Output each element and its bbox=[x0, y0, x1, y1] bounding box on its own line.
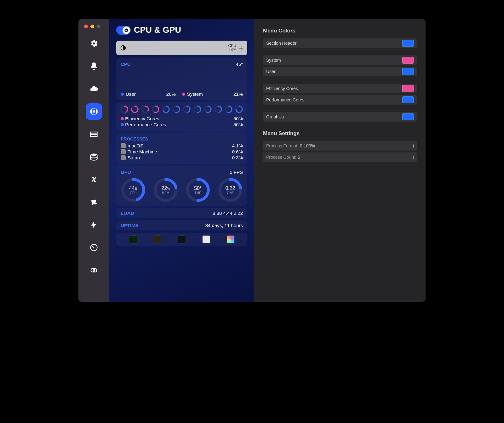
eff-pct: 50% bbox=[233, 116, 243, 121]
toggle-knob bbox=[123, 26, 130, 34]
cpu-card: CPU 45° User 20% System 21% bbox=[116, 58, 247, 100]
app-shortcut-4[interactable] bbox=[202, 235, 210, 243]
user-pct: 20% bbox=[166, 91, 176, 97]
contrast-icon bbox=[120, 45, 126, 51]
color-row-label: Performance Cores bbox=[266, 97, 304, 102]
color-swatch[interactable] bbox=[402, 68, 414, 75]
sidebar-item-weather[interactable] bbox=[86, 81, 102, 97]
load-card: LOAD 8.88 4.44 2.22 bbox=[116, 208, 247, 218]
link-icon bbox=[89, 266, 98, 275]
core-ring-2 bbox=[141, 106, 149, 113]
sidebar-item-combined[interactable] bbox=[86, 262, 102, 278]
process-count-label: Process Count: bbox=[266, 155, 296, 160]
process-pct: 0.3% bbox=[232, 155, 243, 160]
sidebar-item-memory[interactable] bbox=[86, 126, 102, 142]
network-icon bbox=[89, 175, 98, 184]
color-row-performance cores[interactable]: Performance Cores bbox=[263, 95, 417, 105]
chevron-updown-icon: ▴▾ bbox=[413, 155, 414, 159]
eff-label: Efficiency Cores bbox=[125, 116, 159, 121]
menubar-value: 44% bbox=[228, 48, 236, 52]
process-count-value: 5 bbox=[298, 155, 300, 160]
process-name: Time Machine bbox=[128, 149, 157, 154]
process-pct: 4.1% bbox=[232, 143, 243, 148]
core-ring-0 bbox=[121, 106, 128, 113]
color-row-efficiency cores[interactable]: Efficiency Cores bbox=[263, 84, 417, 93]
perf-label: Performance Cores bbox=[125, 122, 166, 127]
bolt-icon bbox=[89, 220, 98, 229]
core-ring-5 bbox=[173, 106, 180, 113]
cpu-history-chart bbox=[121, 70, 243, 89]
user-legend-label: User bbox=[126, 91, 136, 97]
sidebar-item-disk[interactable] bbox=[86, 149, 102, 165]
process-format-select[interactable]: Process Format: 0-100% ▴▾ bbox=[263, 141, 417, 151]
perf-pct: 50% bbox=[233, 122, 243, 127]
app-shortcut-2[interactable] bbox=[153, 235, 161, 243]
zoom-icon[interactable] bbox=[97, 25, 100, 28]
color-row-user[interactable]: User bbox=[263, 67, 417, 76]
sidebar-item-general[interactable] bbox=[86, 35, 102, 52]
process-pct: 0.6% bbox=[232, 149, 243, 154]
cpu-temp: 45° bbox=[236, 61, 243, 67]
sidebar-item-battery[interactable] bbox=[86, 217, 102, 233]
color-swatch[interactable] bbox=[402, 40, 414, 47]
menubar-cpu-readout: CPU 44% bbox=[228, 44, 236, 52]
system-legend-label: System bbox=[187, 91, 203, 97]
gpu-ring-ghz: 0.22GHZ bbox=[218, 177, 243, 203]
sidebar-item-notifications[interactable] bbox=[86, 58, 102, 74]
process-count-select[interactable]: Process Count: 5 ▴▾ bbox=[263, 152, 417, 162]
cpu-legend: User 20% System 21% bbox=[121, 91, 243, 97]
core-ring-3 bbox=[152, 106, 159, 113]
app-shortcut-1[interactable] bbox=[129, 235, 137, 243]
minimize-icon[interactable] bbox=[90, 25, 94, 28]
memory-icon bbox=[89, 130, 98, 139]
color-row-label: Graphics bbox=[266, 114, 284, 119]
color-row-system[interactable]: System bbox=[263, 55, 417, 65]
sidebar-item-sensors[interactable] bbox=[86, 194, 102, 210]
app-icon bbox=[121, 149, 126, 154]
menu-settings-heading: Menu Settings bbox=[263, 130, 417, 137]
color-row-graphics[interactable]: Graphics bbox=[263, 112, 417, 122]
app-icon bbox=[121, 143, 126, 148]
core-ring-1 bbox=[131, 106, 139, 113]
color-row-label: User bbox=[266, 69, 276, 74]
color-row-label: Section Header bbox=[266, 41, 297, 46]
color-swatch[interactable] bbox=[402, 113, 414, 120]
menu-colors-heading: Menu Colors bbox=[263, 28, 417, 34]
eff-dot bbox=[121, 117, 124, 120]
load-value: 8.88 4.44 2.22 bbox=[213, 210, 243, 216]
core-ring-7 bbox=[194, 106, 201, 113]
color-swatch[interactable] bbox=[402, 57, 414, 64]
svg-point-4 bbox=[91, 154, 97, 156]
processes-label: PROCESSES bbox=[121, 136, 243, 141]
enable-toggle[interactable] bbox=[116, 26, 131, 35]
gpu-ring-gpu: 44%GPU bbox=[121, 177, 146, 203]
core-ring-10 bbox=[225, 106, 232, 113]
color-row-label: Efficiency Cores bbox=[266, 86, 298, 91]
fan-icon bbox=[89, 198, 98, 207]
process-row: Safari0.3% bbox=[121, 155, 243, 161]
app-shortcut-5[interactable] bbox=[226, 235, 235, 243]
color-swatch[interactable] bbox=[402, 96, 414, 103]
sidebar-item-network[interactable] bbox=[86, 171, 102, 188]
system-pct: 21% bbox=[233, 91, 243, 97]
process-row: Time Machine0.6% bbox=[121, 149, 243, 155]
gpu-card: GPU 0 FPS 44%GPU22%MEM50°TMP0.22GHZ bbox=[116, 166, 247, 206]
perf-dot bbox=[121, 123, 124, 126]
gpu-ring-mem: 22%MEM bbox=[153, 177, 178, 203]
app-shortcut-3[interactable] bbox=[178, 235, 186, 243]
process-name: macOS bbox=[128, 143, 143, 148]
sidebar-item-clock[interactable] bbox=[86, 239, 102, 256]
cpu-label: CPU bbox=[121, 61, 131, 67]
close-icon[interactable] bbox=[84, 25, 88, 28]
app-launcher-row bbox=[116, 233, 247, 246]
color-swatch[interactable] bbox=[402, 85, 414, 92]
gpu-ring-tmp: 50°TMP bbox=[185, 177, 210, 203]
menubar-preview[interactable]: CPU 44% + bbox=[116, 41, 247, 55]
core-ring-11 bbox=[235, 106, 243, 113]
color-row-section header[interactable]: Section Header bbox=[263, 38, 417, 48]
preview-panel: CPU & GPU CPU 44% + CPU 45° User 20% bbox=[109, 19, 254, 302]
cores-card: Efficiency Cores 50% Performance Cores 5… bbox=[116, 102, 247, 131]
uptime-value: 34 days, 11 hours bbox=[205, 223, 243, 228]
add-widget-button[interactable]: + bbox=[239, 43, 243, 53]
sidebar-item-cpu[interactable] bbox=[86, 103, 102, 120]
